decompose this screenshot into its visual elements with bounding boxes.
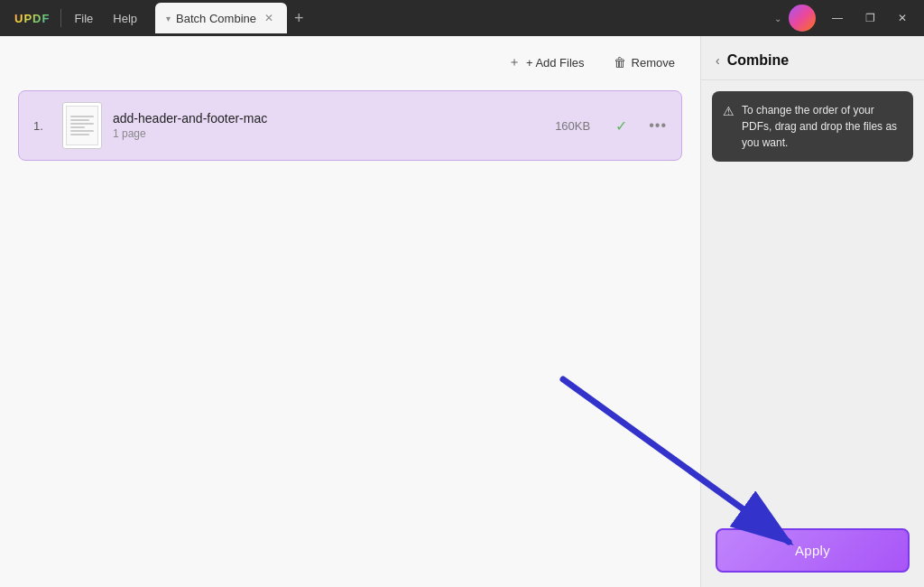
remove-button[interactable]: 🗑 Remove — [606, 51, 682, 73]
right-panel: ‹ Combine ⚠ To change the order of your … — [700, 36, 924, 587]
thumb-line — [70, 123, 94, 125]
file-menu[interactable]: File — [65, 8, 102, 29]
panel-title: Combine — [727, 52, 789, 69]
right-panel-header: ‹ Combine — [701, 36, 924, 80]
batch-combine-tab[interactable]: ▾ Batch Combine ✕ — [155, 3, 287, 33]
info-box: ⚠ To change the order of your PDFs, drag… — [712, 91, 913, 162]
thumb-line — [70, 119, 89, 121]
thumb-line — [70, 134, 89, 135]
tab-close-button[interactable]: ✕ — [262, 11, 276, 25]
window-controls: — ❐ ✕ — [823, 4, 917, 33]
file-list: 1. add-header-and-footer- — [0, 83, 700, 587]
avatar[interactable] — [789, 5, 816, 32]
file-more-button[interactable]: ••• — [649, 117, 667, 134]
trash-icon: 🗑 — [614, 55, 626, 70]
apply-button[interactable]: Apply — [716, 528, 910, 573]
window-dropdown-icon[interactable]: ⌄ — [774, 14, 781, 23]
thumb-inner — [66, 106, 98, 145]
close-button[interactable]: ✕ — [888, 4, 917, 33]
file-number: 1. — [33, 119, 51, 133]
file-info: add-header-and-footer-mac 1 page — [113, 111, 544, 140]
thumb-line — [70, 126, 85, 128]
files-toolbar: ＋ + Add Files 🗑 Remove — [0, 36, 700, 83]
maximize-button[interactable]: ❐ — [855, 4, 884, 33]
add-icon: ＋ — [508, 54, 521, 70]
apply-btn-container: Apply — [701, 514, 924, 587]
file-name: add-header-and-footer-mac — [113, 111, 544, 126]
add-files-button[interactable]: ＋ + Add Files — [501, 51, 592, 74]
titlebar-divider — [60, 9, 61, 27]
panel-spacer — [701, 172, 924, 514]
content-wrapper: ＋ + Add Files 🗑 Remove 1. — [0, 36, 924, 587]
tabs-area: ▾ Batch Combine ✕ + — [155, 3, 774, 33]
file-thumbnail — [62, 102, 102, 149]
warning-icon: ⚠ — [723, 102, 735, 151]
left-panel: ＋ + Add Files 🗑 Remove 1. — [0, 36, 700, 587]
file-verified-icon: ✓ — [615, 117, 627, 135]
file-item[interactable]: 1. add-header-and-footer- — [18, 90, 682, 161]
info-text: To change the order of your PDFs, drag a… — [742, 102, 902, 151]
remove-label: Remove — [632, 56, 675, 70]
thumb-lines — [67, 112, 97, 139]
minimize-button[interactable]: — — [823, 4, 852, 33]
thumb-line — [70, 130, 94, 132]
titlebar: UPDF File Help ▾ Batch Combine ✕ + ⌄ — ❐… — [0, 0, 924, 36]
tab-label: Batch Combine — [176, 12, 256, 25]
tab-dropdown-icon[interactable]: ▾ — [166, 14, 171, 23]
file-pages: 1 page — [113, 127, 544, 140]
file-size: 160KB — [555, 119, 590, 133]
thumb-line — [70, 116, 94, 117]
add-files-label: + Add Files — [526, 56, 585, 70]
titlebar-menu: File Help — [65, 8, 146, 29]
help-menu[interactable]: Help — [104, 8, 146, 29]
new-tab-button[interactable]: + — [287, 9, 311, 28]
back-button[interactable]: ‹ — [716, 53, 720, 68]
app-logo: UPDF — [7, 12, 57, 25]
